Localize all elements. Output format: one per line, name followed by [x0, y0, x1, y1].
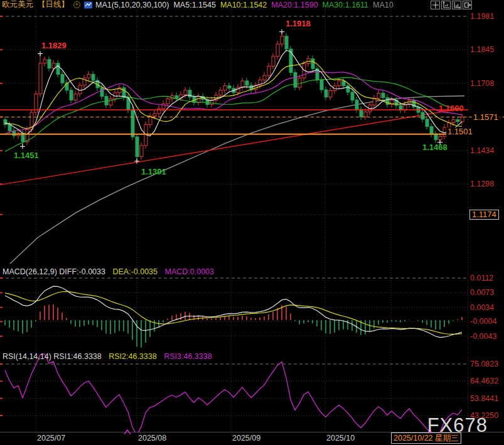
- svg-text:1.1298: 1.1298: [470, 180, 494, 188]
- crosshair-icon[interactable]: [431, 1, 440, 9]
- x-axis-scale-icon[interactable]: [452, 1, 461, 9]
- symbol-name: 欧元美元: [2, 0, 33, 10]
- chart-toolbar: [429, 1, 472, 9]
- dea-line: [5, 291, 462, 334]
- svg-text:1.1981: 1.1981: [470, 12, 494, 21]
- swing-label: 1.1391: [141, 167, 166, 176]
- watermark: FX678: [427, 414, 488, 437]
- current-price-label: 1.1571: [472, 113, 500, 122]
- resistance-level-label[interactable]: 1.1600: [439, 104, 464, 113]
- trendline: [0, 109, 457, 185]
- swing-label: 1.1918: [286, 19, 311, 28]
- diff-line: [5, 286, 462, 337]
- rsi-line: [5, 354, 462, 437]
- svg-text:53.8441: 53.8441: [470, 394, 498, 403]
- chart-canvas[interactable]: 1.18291.19181.14511.13911.14681.19811.18…: [0, 0, 504, 445]
- ma100-label: MA10: [373, 1, 394, 9]
- svg-text:0.0112: 0.0112: [470, 274, 493, 282]
- rsi3-value: RSI3:46.3338: [164, 352, 212, 361]
- svg-text:1.1845: 1.1845: [470, 45, 494, 54]
- svg-text:64.4632: 64.4632: [470, 377, 498, 385]
- svg-text:-0.0043: -0.0043: [470, 332, 496, 341]
- macd-title-diff: MACD(26,12,9) DIFF:-0.0033: [3, 267, 105, 276]
- candles-layer: [4, 32, 464, 161]
- macd-panel: [5, 286, 462, 348]
- y-axis-scale-icon[interactable]: [441, 1, 451, 9]
- macd-dea-value: DEA:-0.0035: [112, 267, 158, 276]
- svg-text:1.1708: 1.1708: [470, 79, 494, 88]
- svg-text:-0.0004: -0.0004: [470, 317, 496, 326]
- gridlines: [0, 9, 504, 432]
- rsi-panel: [5, 354, 462, 437]
- time-axis-label: 2025/07: [37, 434, 65, 442]
- add-indicator-icon[interactable]: +: [73, 1, 80, 8]
- chart-app: 1.18291.19181.14511.13911.14681.19811.18…: [0, 0, 504, 445]
- ma10-value: MA10:1.1542: [220, 1, 267, 9]
- macd-header: MACD(26,12,9) DIFF:-0.0033 DEA:-0.0035 M…: [3, 267, 219, 276]
- svg-text:1.1434: 1.1434: [470, 146, 494, 155]
- ma20-value: MA20:1.1590: [271, 1, 318, 9]
- svg-text:0.0034: 0.0034: [470, 303, 494, 312]
- ma30-value: MA30:1.1611: [323, 1, 368, 9]
- price-panel: [0, 32, 464, 274]
- support-level-label[interactable]: 1.1501: [446, 127, 474, 136]
- time-axis-label: 2025/08: [138, 434, 166, 442]
- rsi1-value: RSI(14,14,14) RSI1:46.3338: [3, 352, 102, 361]
- swing-label: 1.1829: [41, 41, 67, 50]
- ma5-value: MA5:1.1545: [173, 1, 215, 9]
- boxed-price-label[interactable]: 1.1174: [469, 210, 499, 220]
- macd-value: MACD:0.0003: [165, 267, 215, 276]
- rsi-header: RSI(14,14,14) RSI1:46.3338 RSI2:46.3338 …: [3, 352, 217, 361]
- detach-window-icon[interactable]: [463, 1, 472, 9]
- svg-text:0.0073: 0.0073: [470, 288, 494, 297]
- time-axis-label: 2025/10: [326, 434, 355, 442]
- chart-type-icon[interactable]: [84, 1, 92, 9]
- time-axis-label: 2025/09: [232, 434, 260, 442]
- ma-settings-label: MA1(5,10,20,30,100): [95, 1, 169, 9]
- header-bar: 欧元美元 【日线】 + MA1(5,10,20,30,100) MA5:1.15…: [2, 0, 398, 9]
- rsi2-value: RSI2:46.3338: [109, 352, 156, 361]
- svg-text:75.0823: 75.0823: [470, 360, 498, 368]
- swing-label: 1.1451: [14, 151, 39, 160]
- period-label[interactable]: 【日线】: [38, 0, 69, 10]
- swing-label: 1.1468: [422, 142, 448, 152]
